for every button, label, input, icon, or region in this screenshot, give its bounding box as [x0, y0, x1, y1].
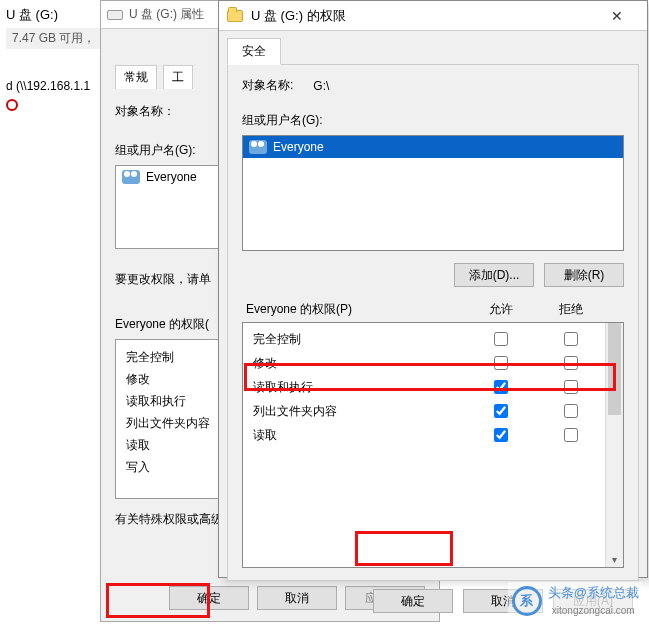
perm-name: 读取 — [253, 423, 465, 447]
perm-name: 完全控制 — [253, 327, 465, 351]
deny-checkbox[interactable] — [535, 351, 605, 375]
deny-checkbox[interactable] — [535, 375, 605, 399]
user-list[interactable]: Everyone — [242, 135, 624, 251]
allow-checkbox[interactable] — [465, 375, 535, 399]
close-button[interactable]: ✕ — [595, 1, 639, 31]
permissions-titlebar[interactable]: U 盘 (G:) 的权限 ✕ — [219, 1, 647, 31]
object-name-value: G:\ — [313, 79, 329, 93]
properties-title: U 盘 (G:) 属性 — [129, 6, 204, 23]
watermark-text: 头条@系统总裁 — [548, 585, 639, 600]
permissions-table: ▴ ▾ 完全控制修改读取和执行列出文件夹内容读取 — [242, 322, 624, 568]
permissions-title: U 盘 (G:) 的权限 — [251, 7, 587, 25]
allow-checkbox[interactable] — [465, 423, 535, 447]
allow-checkbox[interactable] — [465, 399, 535, 423]
tab-security[interactable]: 安全 — [227, 38, 281, 65]
watermark-sub: xitongzongcai.com — [552, 605, 635, 616]
allow-checkbox[interactable] — [465, 351, 535, 375]
explorer-background: U 盘 (G:) 7.47 GB 可用， d (\\192.168.1.1 — [0, 0, 110, 625]
drive-capacity: 7.47 GB 可用， — [6, 28, 101, 49]
ok-button[interactable]: 确定 — [373, 589, 453, 613]
tab-tools[interactable]: 工 — [163, 65, 193, 89]
scrollbar[interactable]: ▴ ▾ — [605, 323, 623, 567]
network-status-icon — [6, 99, 18, 111]
remove-button[interactable]: 删除(R) — [544, 263, 624, 287]
user-row-everyone[interactable]: Everyone — [243, 136, 623, 158]
col-deny: 拒绝 — [536, 301, 606, 318]
users-icon — [249, 140, 267, 154]
deny-checkbox[interactable] — [535, 327, 605, 351]
user-name: Everyone — [273, 140, 324, 154]
scroll-down-icon[interactable]: ▾ — [606, 551, 623, 567]
permissions-dialog: U 盘 (G:) 的权限 ✕ 安全 对象名称: G:\ 组或用户名(G): Ev… — [218, 0, 648, 578]
drive-icon — [107, 10, 123, 20]
perm-list-header: Everyone 的权限(P) — [246, 301, 466, 318]
col-allow: 允许 — [466, 301, 536, 318]
drive-label: U 盘 (G:) — [6, 6, 104, 24]
user-name: Everyone — [146, 170, 197, 184]
scroll-thumb[interactable] — [608, 323, 621, 415]
users-label: 组或用户名(G): — [242, 112, 624, 129]
perm-name: 列出文件夹内容 — [253, 399, 465, 423]
perm-name: 读取和执行 — [253, 375, 465, 399]
add-button[interactable]: 添加(D)... — [454, 263, 534, 287]
watermark: 系 头条@系统总裁 xitongzongcai.com — [508, 582, 643, 619]
folder-icon — [227, 10, 243, 22]
users-icon — [122, 170, 140, 184]
allow-checkbox[interactable] — [465, 327, 535, 351]
perm-name: 修改 — [253, 351, 465, 375]
deny-checkbox[interactable] — [535, 399, 605, 423]
watermark-avatar: 系 — [512, 586, 542, 616]
object-name-label: 对象名称: — [242, 77, 293, 94]
deny-checkbox[interactable] — [535, 423, 605, 447]
tab-general[interactable]: 常规 — [115, 65, 157, 89]
network-location: d (\\192.168.1.1 — [6, 79, 104, 93]
